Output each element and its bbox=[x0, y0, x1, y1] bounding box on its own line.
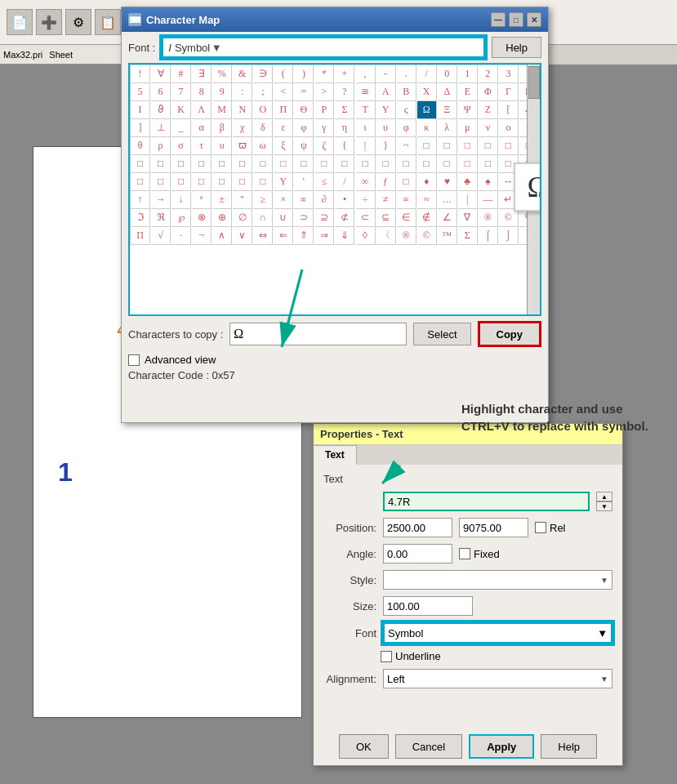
char-cell[interactable]: □ bbox=[397, 173, 416, 191]
char-cell[interactable]: ƒ bbox=[376, 173, 396, 191]
char-cell[interactable]: ℘ bbox=[171, 209, 191, 227]
char-cell[interactable]: □ bbox=[131, 173, 150, 191]
char-cell[interactable]: ≤ bbox=[314, 173, 334, 191]
char-cell[interactable]: 7 bbox=[171, 83, 191, 101]
char-cell[interactable]: ⇒ bbox=[314, 227, 334, 245]
char-cell[interactable]: □ bbox=[212, 155, 232, 173]
text-value-input[interactable] bbox=[383, 492, 590, 511]
char-cell[interactable]: 3 bbox=[499, 65, 519, 83]
maximize-button[interactable]: □ bbox=[509, 12, 523, 27]
char-cell[interactable]: □ bbox=[192, 173, 212, 191]
char-cell[interactable]: ® bbox=[479, 209, 498, 227]
char-cell[interactable]: Ψ bbox=[458, 101, 478, 119]
char-cell[interactable]: ≈ bbox=[417, 191, 437, 209]
char-cell[interactable]: ∅ bbox=[233, 209, 252, 227]
char-cell[interactable]: ⇑ bbox=[294, 227, 314, 245]
char-cell[interactable]: ρ bbox=[151, 137, 171, 155]
char-cell[interactable]: ω bbox=[253, 137, 273, 155]
add-icon[interactable]: ➕ bbox=[36, 9, 62, 35]
char-cell[interactable]: ⊃ bbox=[294, 209, 314, 227]
char-cell[interactable]: © bbox=[499, 209, 519, 227]
char-cell[interactable]: □ bbox=[458, 155, 478, 173]
char-cell[interactable]: ∉ bbox=[417, 209, 437, 227]
char-cell[interactable]: √ bbox=[151, 227, 171, 245]
char-cell[interactable]: □ bbox=[274, 155, 293, 173]
char-cell[interactable]: ∝ bbox=[294, 191, 314, 209]
char-cell[interactable]: □ bbox=[253, 173, 273, 191]
char-cell[interactable]: 6 bbox=[151, 83, 171, 101]
char-cell[interactable]: - bbox=[376, 65, 396, 83]
char-cell[interactable]: [ bbox=[499, 101, 519, 119]
char-cell[interactable]: ÷ bbox=[356, 191, 376, 209]
char-cell[interactable]: 1 bbox=[458, 65, 478, 83]
char-cell[interactable]: ] bbox=[131, 119, 150, 137]
char-cell[interactable]: > bbox=[314, 83, 334, 101]
char-cell[interactable]: ∨ bbox=[233, 227, 252, 245]
char-cell[interactable]: ( bbox=[274, 65, 293, 83]
char-cell[interactable]: { bbox=[335, 137, 354, 155]
char-cell[interactable]: ¬ bbox=[192, 227, 212, 245]
char-cell[interactable]: □ bbox=[151, 173, 171, 191]
char-cell[interactable]: φ bbox=[294, 119, 314, 137]
char-cell[interactable]: ∪ bbox=[274, 209, 293, 227]
char-cell[interactable]: Δ bbox=[438, 83, 457, 101]
char-cell[interactable]: ⊆ bbox=[376, 209, 396, 227]
char-cell[interactable]: ∠ bbox=[438, 209, 457, 227]
char-cell[interactable]: | bbox=[458, 191, 478, 209]
font-props-select[interactable]: Symbol ▼ bbox=[383, 622, 612, 644]
char-cell[interactable]: … bbox=[438, 191, 457, 209]
style-select[interactable]: ▼ bbox=[383, 570, 612, 590]
char-cell[interactable]: ξ bbox=[274, 137, 293, 155]
select-button[interactable]: Select bbox=[413, 323, 470, 345]
char-cell[interactable]: ∞ bbox=[356, 173, 376, 191]
char-cell[interactable]: Λ bbox=[192, 101, 212, 119]
char-cell[interactable]: □ bbox=[438, 137, 457, 155]
char-cell[interactable]: Σ bbox=[458, 227, 478, 245]
char-cell[interactable]: Θ bbox=[294, 101, 314, 119]
char-cell[interactable]: 8 bbox=[192, 83, 212, 101]
char-cell[interactable]: Π bbox=[131, 227, 150, 245]
char-cell[interactable]: & bbox=[233, 65, 252, 83]
char-cell[interactable]: ∀ bbox=[151, 65, 171, 83]
char-cell[interactable]: ⊥ bbox=[151, 119, 171, 137]
char-cell[interactable]: × bbox=[274, 191, 293, 209]
apply-button[interactable]: Apply bbox=[469, 734, 534, 759]
char-cell[interactable]: Ξ bbox=[438, 101, 457, 119]
text-updown[interactable]: ▲ ▼ bbox=[596, 492, 612, 511]
char-cell[interactable]: □ bbox=[417, 155, 437, 173]
char-cell[interactable]: ″ bbox=[233, 191, 252, 209]
char-cell[interactable]: ⇓ bbox=[335, 227, 354, 245]
scrollbar-thumb[interactable] bbox=[528, 66, 540, 99]
char-cell[interactable]: ! bbox=[131, 65, 150, 83]
char-cell[interactable]: ± bbox=[212, 191, 232, 209]
char-cell[interactable]: Π bbox=[274, 101, 293, 119]
char-cell[interactable]: Ο bbox=[253, 101, 273, 119]
char-cell[interactable]: Φ bbox=[479, 83, 498, 101]
char-cell[interactable]: Α bbox=[376, 83, 396, 101]
tab-text[interactable]: Text bbox=[314, 445, 357, 465]
char-cell[interactable]: ς bbox=[397, 101, 416, 119]
char-cell[interactable]: ι bbox=[356, 119, 376, 137]
char-cell[interactable]: φ bbox=[397, 119, 416, 137]
char-cell[interactable]: Υ bbox=[274, 173, 293, 191]
char-cell[interactable]: Ρ bbox=[314, 101, 334, 119]
angle-input[interactable] bbox=[383, 544, 452, 564]
char-cell[interactable]: — bbox=[479, 191, 498, 209]
char-cell[interactable]: ↓ bbox=[171, 191, 191, 209]
char-cell[interactable]: □ bbox=[438, 155, 457, 173]
char-cell[interactable]: υ bbox=[376, 119, 396, 137]
char-cell[interactable]: □ bbox=[479, 155, 498, 173]
char-cell[interactable]: Μ bbox=[212, 101, 232, 119]
char-cell[interactable]: ® bbox=[397, 227, 416, 245]
char-cell[interactable]: □ bbox=[314, 155, 334, 173]
char-cell[interactable]: ∈ bbox=[397, 209, 416, 227]
char-cell[interactable]: ϖ bbox=[233, 137, 252, 155]
char-map-help-button[interactable]: Help bbox=[492, 37, 541, 58]
char-cell[interactable]: □ bbox=[131, 155, 150, 173]
char-cell[interactable]: κ bbox=[417, 119, 437, 137]
char-cell[interactable]: ↑ bbox=[131, 191, 150, 209]
font-select[interactable]: I Symbol ▼ bbox=[162, 37, 485, 58]
char-cell[interactable]: □ bbox=[151, 155, 171, 173]
position-y-input[interactable] bbox=[459, 518, 528, 537]
char-cell[interactable]: ⊇ bbox=[314, 209, 334, 227]
